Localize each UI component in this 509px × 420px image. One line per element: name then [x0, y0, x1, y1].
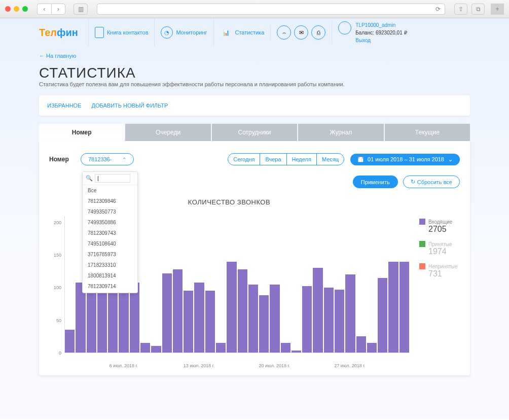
browser-chrome: ‹ › ▥ ⟳ ⇪ ⧉ +: [0, 0, 509, 18]
legend: Входящие 2705 Принятые 1974 Непринятые 7…: [409, 198, 460, 363]
dropdown-item[interactable]: 1718233310: [83, 260, 137, 270]
number-dropdown: 🔍 Все 7812309846749935077374993508867812…: [82, 171, 138, 293]
tab-queues[interactable]: Очереди: [125, 124, 210, 141]
dropdown-item-all[interactable]: Все: [83, 185, 137, 196]
statistics-icon: 📊: [220, 26, 232, 39]
nav-statistics[interactable]: 📊Статистика: [213, 18, 271, 47]
logout-link[interactable]: Выход: [355, 37, 407, 44]
legend-value-accepted: 1974: [428, 247, 460, 256]
dropdown-search-input[interactable]: [95, 174, 130, 183]
page-subtitle: Статистика будет полезна вам для повышен…: [39, 81, 470, 87]
dropdown-item[interactable]: 1800813914: [83, 270, 137, 281]
favorites-link[interactable]: ИЗБРАННОЕ: [47, 102, 82, 109]
minimize-window-icon[interactable]: [14, 6, 19, 12]
nav-monitoring[interactable]: ◔Мониторинг: [154, 18, 213, 47]
legend-value-missed: 731: [428, 269, 460, 278]
bar: [259, 295, 269, 353]
dropdown-item[interactable]: 7499350773: [83, 206, 137, 217]
apply-button[interactable]: Применить: [353, 176, 398, 188]
new-tab-button[interactable]: +: [491, 4, 504, 15]
bar: [238, 269, 247, 353]
bar: [281, 343, 290, 353]
period-month[interactable]: Месяц: [317, 154, 344, 165]
dropdown-item[interactable]: 7812309743: [83, 228, 137, 238]
dropdown-item[interactable]: 7812309846: [83, 196, 137, 206]
date-range-picker[interactable]: 01 июля 2018 – 31 июля 2018: [350, 154, 460, 165]
bar: [65, 330, 75, 353]
legend-swatch-incoming: [419, 219, 425, 225]
search-icon: 🔍: [86, 175, 93, 182]
page-title: СТАТИСТИКА: [39, 65, 470, 81]
bar: [292, 351, 301, 353]
legend-swatch-missed: [419, 263, 425, 269]
dropdown-item[interactable]: 3716785973: [83, 249, 137, 260]
logo[interactable]: Телфин: [39, 27, 78, 39]
bar: [194, 283, 204, 353]
bar: [324, 288, 334, 353]
reset-button[interactable]: Сбросить все: [403, 176, 460, 188]
bar: [313, 268, 322, 353]
tab-journal[interactable]: Журнал: [298, 124, 383, 141]
sidebar-toggle-icon[interactable]: ▥: [74, 4, 88, 15]
dropdown-item[interactable]: 00010000: [83, 292, 137, 293]
number-label: Номер: [49, 156, 75, 163]
bar: [356, 336, 366, 353]
bar: [248, 285, 258, 353]
back-to-main-link[interactable]: ← На главную: [39, 47, 76, 65]
user-login[interactable]: TLP10000_admin: [355, 21, 407, 29]
forward-button[interactable]: ›: [51, 4, 65, 15]
bar: [205, 291, 215, 353]
bar: [345, 274, 355, 353]
nav-contacts[interactable]: Книга контактов: [88, 18, 155, 47]
dropdown-item[interactable]: 7495108640: [83, 238, 137, 249]
tab-current[interactable]: Текущие: [385, 124, 470, 141]
window-controls: [5, 6, 28, 12]
bar: [162, 273, 172, 353]
bar: [140, 343, 150, 353]
fax-icon[interactable]: ⎙: [311, 25, 325, 40]
bar: [302, 286, 312, 353]
bar: [399, 262, 409, 353]
period-buttons: Сегодня Вчера Неделя Месяц: [228, 153, 344, 165]
bar: [173, 269, 183, 353]
bar: [184, 291, 193, 353]
period-week[interactable]: Неделя: [287, 154, 317, 165]
monitoring-icon: ◔: [161, 26, 173, 39]
period-today[interactable]: Сегодня: [228, 154, 260, 165]
tabs-icon[interactable]: ⧉: [471, 4, 485, 15]
user-block: TLP10000_admin Баланс: 6923020,01 ₽ Выхо…: [332, 21, 413, 44]
panel: Номер 7812336- Сегодня Вчера Неделя Меся…: [39, 141, 470, 375]
share-icon[interactable]: ⇪: [454, 4, 467, 15]
bar: [270, 285, 279, 353]
url-bar[interactable]: ⟳: [97, 4, 445, 15]
reload-icon[interactable]: ⟳: [435, 6, 441, 13]
back-button[interactable]: ‹: [37, 4, 51, 15]
legend-swatch-accepted: [419, 241, 425, 247]
bar: [151, 346, 161, 353]
user-icon: [338, 21, 351, 34]
wifi-icon[interactable]: ⌢: [277, 25, 291, 40]
bar: [227, 262, 236, 353]
bar: [335, 290, 344, 353]
dropdown-item[interactable]: 7499350886: [83, 217, 137, 228]
period-yesterday[interactable]: Вчера: [260, 154, 286, 165]
legend-value-incoming: 2705: [428, 225, 460, 234]
tab-employees[interactable]: Сотрудники: [212, 124, 297, 141]
add-filter-link[interactable]: ДОБАВИТЬ НОВЫЙ ФИЛЬТР: [92, 102, 168, 109]
tabs: Номер Очереди Сотрудники Журнал Текущие: [39, 124, 470, 141]
close-window-icon[interactable]: [5, 6, 11, 12]
bar: [388, 262, 398, 353]
tab-number[interactable]: Номер: [39, 124, 124, 141]
bar: [367, 343, 377, 353]
filter-bar: ИЗБРАННОЕ ДОБАВИТЬ НОВЫЙ ФИЛЬТР: [39, 95, 470, 116]
number-select[interactable]: 7812336-: [81, 153, 134, 165]
dropdown-item[interactable]: 7812309714: [83, 281, 137, 292]
maximize-window-icon[interactable]: [22, 6, 28, 12]
contacts-icon: [95, 27, 104, 38]
mail-icon[interactable]: ✉: [294, 25, 308, 40]
bar: [378, 278, 387, 353]
top-nav: Телфин Книга контактов ◔Мониторинг 📊Стат…: [39, 18, 470, 47]
bar: [216, 343, 226, 353]
